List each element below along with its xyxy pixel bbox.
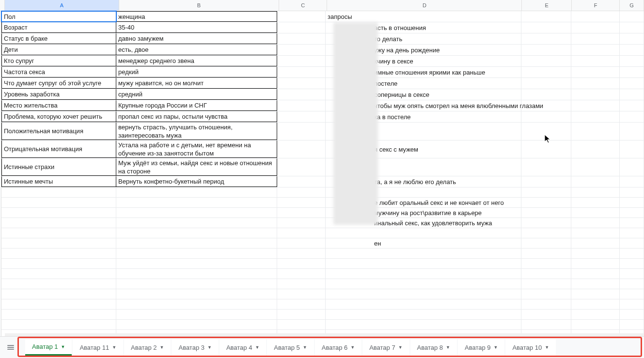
cell[interactable]: Муж уйдёт из семьи, найдя секс и новые о… [116, 158, 277, 176]
col-header-D[interactable]: D [327, 0, 522, 11]
cell[interactable] [620, 22, 644, 33]
cell[interactable] [277, 89, 326, 100]
cell[interactable] [521, 158, 571, 176]
cell[interactable] [620, 56, 644, 66]
col-header-B[interactable]: B [119, 0, 279, 11]
chevron-down-icon[interactable]: ▼ [398, 345, 403, 350]
cell[interactable] [620, 289, 644, 299]
cell[interactable] [571, 208, 620, 218]
cell[interactable] [620, 187, 644, 197]
cell[interactable]: Статус в браке [1, 33, 116, 44]
sheet-tab[interactable]: Аватар 7▼ [362, 339, 409, 356]
cell[interactable] [326, 299, 521, 309]
cell[interactable] [521, 33, 571, 44]
cell[interactable]: Частота секса [1, 67, 116, 78]
cell[interactable] [277, 279, 326, 289]
cell[interactable]: ен [326, 238, 521, 248]
cell[interactable] [521, 289, 571, 299]
cell[interactable] [116, 198, 277, 207]
cell[interactable] [277, 320, 326, 329]
cell[interactable] [521, 238, 571, 248]
sheet-tab[interactable]: Аватар 11▼ [73, 339, 123, 356]
col-header-G[interactable]: G [620, 0, 644, 11]
cell[interactable] [571, 158, 620, 176]
sheet-tab[interactable]: Аватар 10▼ [505, 339, 556, 356]
cell[interactable]: есть, двое [116, 45, 277, 55]
cell[interactable] [326, 279, 521, 289]
cell[interactable] [571, 140, 620, 158]
cell[interactable] [571, 33, 620, 44]
cell[interactable] [620, 158, 644, 176]
cell[interactable]: Дети [1, 45, 116, 55]
cell[interactable] [1, 238, 116, 248]
cell[interactable]: средний [116, 89, 277, 100]
cell[interactable] [571, 310, 620, 319]
cell[interactable] [571, 11, 620, 22]
chevron-down-icon[interactable]: ▼ [61, 344, 65, 349]
cell[interactable] [620, 208, 644, 218]
cell[interactable] [571, 249, 620, 258]
cell[interactable] [571, 269, 620, 279]
cell[interactable]: Отрицательная мотивация [1, 140, 116, 158]
chevron-down-icon[interactable]: ▼ [545, 345, 549, 350]
cell[interactable] [521, 22, 571, 33]
cell[interactable] [277, 249, 326, 258]
cell[interactable] [571, 279, 620, 289]
cell[interactable] [521, 228, 571, 238]
cell[interactable] [277, 158, 326, 176]
cell[interactable] [571, 228, 620, 238]
cell[interactable] [1, 279, 116, 289]
cell[interactable]: женщина [116, 11, 277, 22]
cell[interactable]: Кто супруг [1, 56, 116, 66]
cell[interactable] [521, 140, 571, 158]
cell[interactable] [620, 100, 644, 111]
cell[interactable] [521, 249, 571, 258]
cell[interactable] [277, 11, 326, 22]
cell[interactable] [116, 208, 277, 218]
cell[interactable]: 35-40 [116, 22, 277, 33]
cell[interactable] [620, 176, 644, 187]
col-header-F[interactable]: F [572, 0, 620, 11]
cell[interactable] [521, 198, 571, 207]
cell[interactable] [620, 67, 644, 78]
cell[interactable] [571, 123, 620, 140]
cell[interactable] [1, 187, 116, 197]
cell[interactable] [1, 259, 116, 268]
sheet-tab[interactable]: Аватар 3▼ [172, 339, 218, 356]
cell[interactable] [521, 218, 571, 228]
cell[interactable] [620, 238, 644, 248]
chevron-down-icon[interactable]: ▼ [255, 345, 259, 350]
cell[interactable] [277, 111, 326, 122]
cell[interactable] [521, 45, 571, 55]
cell[interactable] [326, 289, 521, 299]
chevron-down-icon[interactable]: ▼ [446, 345, 450, 350]
cell[interactable] [571, 320, 620, 329]
cell[interactable] [277, 45, 326, 55]
cell[interactable] [620, 310, 644, 319]
col-header-C[interactable]: C [279, 0, 327, 11]
cell[interactable] [277, 140, 326, 158]
cell[interactable] [571, 299, 620, 309]
cell[interactable] [521, 208, 571, 218]
cell[interactable] [521, 187, 571, 197]
cell[interactable] [571, 198, 620, 207]
chevron-down-icon[interactable]: ▼ [207, 345, 212, 350]
chevron-down-icon[interactable]: ▼ [303, 345, 307, 350]
sheet-tab[interactable]: Аватар 5▼ [267, 339, 314, 356]
cell[interactable] [277, 218, 326, 228]
cell[interactable] [620, 279, 644, 289]
cell[interactable] [326, 249, 521, 258]
cell[interactable] [571, 176, 620, 187]
chevron-down-icon[interactable]: ▼ [494, 345, 498, 350]
select-all-corner[interactable] [0, 0, 5, 11]
cell[interactable] [1, 228, 116, 238]
cell[interactable] [521, 100, 571, 111]
cell[interactable] [116, 279, 277, 289]
sheet-tab[interactable]: Аватар 8▼ [410, 339, 457, 356]
cell[interactable] [277, 123, 326, 140]
cell[interactable] [571, 218, 620, 228]
cell[interactable] [571, 259, 620, 268]
chevron-down-icon[interactable]: ▼ [350, 345, 355, 350]
cell[interactable] [116, 187, 277, 197]
sheet-tab[interactable]: Аватар 1▼ [25, 339, 72, 356]
